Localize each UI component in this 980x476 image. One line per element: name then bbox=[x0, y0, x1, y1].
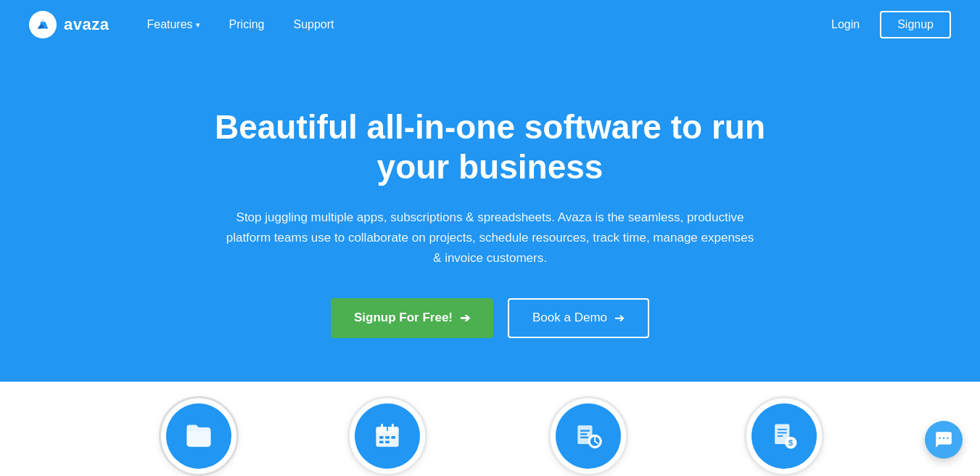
feature-icon-wrapper bbox=[347, 396, 427, 476]
hero-heading: Beautiful all-in-one software to run you… bbox=[193, 107, 788, 187]
chevron-down-icon: ▾ bbox=[196, 20, 200, 30]
feature-icon-wrapper bbox=[159, 396, 239, 476]
feature-icon-bg: $ bbox=[752, 403, 817, 469]
nav-support[interactable]: Support bbox=[282, 12, 346, 37]
nav-left: avaza Features ▾ Pricing Support bbox=[29, 11, 346, 38]
nav-right: Login Signup bbox=[820, 11, 951, 38]
calendar-icon bbox=[371, 420, 403, 452]
nav-pricing[interactable]: Pricing bbox=[218, 12, 276, 37]
svg-rect-5 bbox=[386, 436, 390, 439]
logo-text: avaza bbox=[64, 15, 109, 34]
feature-icon-bg bbox=[166, 403, 231, 469]
clock-expense-icon bbox=[572, 420, 604, 452]
nav-links: Features ▾ Pricing Support bbox=[135, 12, 345, 37]
svg-rect-6 bbox=[392, 436, 396, 439]
logo[interactable]: avaza bbox=[29, 11, 109, 38]
logo-svg bbox=[35, 17, 51, 33]
hero-buttons: Signup For Free! ➔ Book a Demo ➔ bbox=[29, 298, 951, 338]
hero-subtext: Stop juggling multiple apps, subscriptio… bbox=[222, 208, 759, 268]
hero-section: Beautiful all-in-one software to run you… bbox=[0, 49, 980, 425]
signup-button[interactable]: Signup bbox=[880, 11, 951, 38]
arrow-right-icon: ➔ bbox=[614, 311, 625, 326]
book-demo-button[interactable]: Book a Demo ➔ bbox=[508, 298, 649, 338]
folder-icon bbox=[183, 420, 215, 452]
svg-rect-8 bbox=[386, 440, 390, 443]
feature-project-management: Project Management bbox=[105, 382, 292, 476]
feature-resource-scheduling: Resource Scheduling bbox=[292, 382, 483, 476]
svg-rect-7 bbox=[379, 440, 384, 443]
features-strip: Project Management Resource Schedu bbox=[0, 382, 980, 476]
feature-icon-wrapper: $ bbox=[744, 396, 824, 476]
navbar: avaza Features ▾ Pricing Support Login S… bbox=[0, 0, 980, 49]
feature-icon-bg bbox=[355, 403, 420, 469]
login-button[interactable]: Login bbox=[820, 12, 871, 37]
svg-text:$: $ bbox=[788, 438, 793, 446]
invoice-icon: $ bbox=[768, 420, 800, 452]
logo-icon bbox=[29, 11, 57, 38]
signup-free-button[interactable]: Signup For Free! ➔ bbox=[331, 298, 493, 338]
nav-features[interactable]: Features ▾ bbox=[135, 12, 211, 37]
feature-quoting-invoicing: $ Quoting & Invoicing bbox=[693, 382, 875, 476]
feature-icon-bg bbox=[556, 403, 621, 469]
feature-icon-wrapper bbox=[548, 396, 628, 476]
svg-rect-4 bbox=[379, 436, 384, 439]
chat-icon bbox=[934, 430, 953, 449]
arrow-right-icon: ➔ bbox=[460, 311, 470, 326]
feature-time-expense: Time & Expense Tracking bbox=[483, 382, 693, 476]
chat-bubble[interactable] bbox=[925, 421, 963, 459]
